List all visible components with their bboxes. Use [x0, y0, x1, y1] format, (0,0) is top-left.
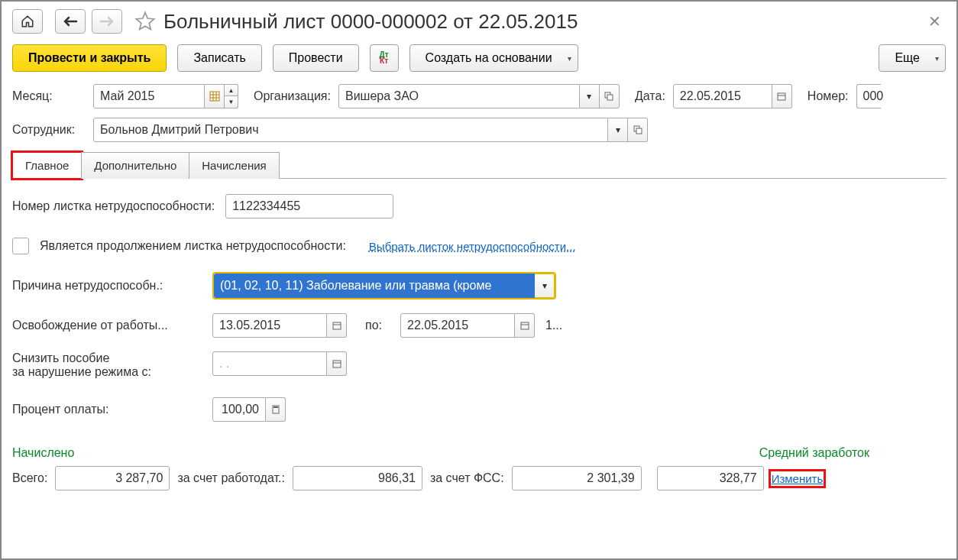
reason-dropdown-button[interactable]: ▾	[535, 274, 555, 298]
month-down-button[interactable]: ▼	[225, 96, 238, 108]
open-icon	[633, 125, 642, 134]
calendar-icon	[332, 321, 341, 330]
forward-button[interactable]	[92, 9, 122, 34]
svg-rect-7	[778, 93, 785, 100]
release-from-group: 13.05.2015	[212, 313, 347, 338]
row-reduce: Снизить пособие за нарушение режима с: .…	[12, 351, 946, 379]
percent-calc-button[interactable]	[266, 397, 286, 422]
month-spinner: ▲ ▼	[225, 84, 238, 108]
open-icon	[604, 92, 613, 101]
save-button[interactable]: Записать	[177, 44, 261, 72]
release-to-calendar-button[interactable]	[515, 313, 535, 338]
reduce-label-1: Снизить пособие	[12, 351, 202, 365]
accrued-label: Начислено	[12, 446, 74, 460]
org-input[interactable]: Вишера ЗАО	[338, 84, 580, 108]
back-button[interactable]	[55, 9, 86, 34]
svg-rect-11	[333, 322, 341, 329]
release-from-input[interactable]: 13.05.2015	[212, 313, 327, 338]
favorite-star-icon[interactable]	[134, 11, 156, 32]
date-input[interactable]: 22.05.2015	[673, 84, 772, 108]
total-label: Всего:	[12, 471, 47, 485]
release-to-group: 22.05.2015	[400, 313, 535, 338]
org-dropdown-button[interactable]: ▾	[580, 84, 600, 108]
release-label: Освобождение от работы...	[12, 319, 202, 332]
date-calendar-button[interactable]	[772, 84, 792, 108]
month-input[interactable]: Май 2015	[93, 84, 205, 108]
date-label: Дата:	[635, 89, 665, 103]
month-calendar-button[interactable]	[205, 84, 225, 108]
arrow-right-icon	[99, 16, 115, 27]
main-toolbar: Провести и закрыть Записать Провести ДтК…	[12, 44, 946, 72]
number-input[interactable]: 000	[856, 84, 881, 108]
reason-input[interactable]: (01, 02, 10, 11) Заболевание или травма …	[214, 274, 535, 298]
org-input-group: Вишера ЗАО ▾	[338, 84, 620, 108]
reason-label: Причина нетрудоспособн.:	[12, 279, 202, 293]
svg-rect-6	[607, 95, 613, 100]
calendar-grid-icon	[209, 91, 220, 102]
release-suffix: 1...	[545, 319, 562, 332]
calendar-icon	[332, 359, 341, 368]
number-label: Номер:	[808, 89, 849, 103]
percent-group: 100,00	[212, 397, 286, 422]
calculator-icon	[271, 405, 280, 414]
create-based-on-button[interactable]: Создать на основании	[409, 44, 578, 72]
tab-accruals[interactable]: Начисления	[189, 152, 279, 179]
employee-dropdown-button[interactable]: ▾	[608, 118, 628, 142]
document-title: Больничный лист 0000-000002 от 22.05.201…	[163, 10, 578, 34]
totals-row: Всего: 3 287,70 за счет работодат.: 986,…	[12, 466, 946, 490]
fss-label: за счет ФСС:	[430, 471, 504, 485]
post-and-close-button[interactable]: Провести и закрыть	[12, 44, 167, 72]
is-continuation-label: Является продолжением листка нетрудоспос…	[40, 239, 346, 253]
titlebar: Больничный лист 0000-000002 от 22.05.201…	[12, 9, 946, 34]
row-reason: Причина нетрудоспособн.: (01, 02, 10, 11…	[12, 272, 946, 299]
release-from-calendar-button[interactable]	[327, 313, 347, 338]
footer-labels: Начислено Средний заработок	[12, 446, 946, 460]
employee-input-group: Больнов Дмитрий Петрович ▾	[93, 118, 648, 142]
arrow-left-icon	[63, 16, 78, 27]
select-sheet-link[interactable]: Выбрать листок нетрудоспособности...	[369, 240, 576, 253]
row-release: Освобождение от работы... 13.05.2015 по:…	[12, 312, 946, 339]
svg-rect-15	[333, 361, 341, 367]
home-button[interactable]	[12, 9, 43, 34]
reason-input-group: (01, 02, 10, 11) Заболевание или травма …	[212, 272, 556, 299]
row-continuation: Является продолжением листка нетрудоспос…	[12, 232, 946, 260]
svg-rect-13	[521, 322, 529, 329]
dtkt-icon: ДтКт	[380, 52, 389, 64]
register-entries-button[interactable]: ДтКт	[370, 44, 399, 72]
release-to-label: по:	[365, 319, 382, 332]
post-button[interactable]: Провести	[273, 44, 359, 72]
is-continuation-checkbox[interactable]	[12, 238, 29, 254]
sheet-number-label: Номер листка нетрудоспособности:	[12, 199, 215, 213]
row-sheet-number: Номер листка нетрудоспособности: 1122334…	[12, 193, 946, 220]
calendar-icon	[520, 321, 529, 330]
percent-input[interactable]: 100,00	[212, 397, 266, 422]
row-percent: Процент оплаты: 100,00	[12, 396, 946, 423]
svg-rect-10	[636, 128, 642, 134]
reduce-date-group: . .	[212, 351, 347, 376]
org-label: Организация:	[254, 89, 331, 103]
date-input-group: 22.05.2015	[673, 84, 792, 108]
month-label: Месяц:	[12, 89, 86, 103]
sheet-number-input[interactable]: 1122334455	[225, 194, 393, 218]
history-group	[55, 9, 122, 34]
close-button[interactable]: ✕	[928, 12, 941, 31]
change-link[interactable]: Изменить	[772, 472, 824, 485]
tab-main[interactable]: Главное	[12, 152, 82, 179]
employer-label: за счет работодат.:	[177, 471, 285, 485]
month-up-button[interactable]: ▲	[225, 84, 238, 96]
avg-input[interactable]: 328,77	[657, 466, 764, 490]
employer-input[interactable]: 986,31	[293, 466, 422, 490]
tab-additional[interactable]: Дополнительно	[81, 152, 189, 179]
total-input[interactable]: 3 287,70	[55, 466, 170, 490]
reduce-calendar-button[interactable]	[327, 351, 347, 376]
tabs: Главное Дополнительно Начисления	[12, 151, 946, 179]
employee-open-button[interactable]	[628, 118, 648, 142]
svg-rect-0	[210, 92, 219, 101]
employee-input[interactable]: Больнов Дмитрий Петрович	[93, 118, 608, 142]
org-open-button[interactable]	[600, 84, 620, 108]
svg-rect-18	[273, 406, 278, 408]
reduce-date-input[interactable]: . .	[212, 351, 327, 376]
more-button[interactable]: Еще	[879, 44, 946, 72]
fss-input[interactable]: 2 301,39	[512, 466, 642, 490]
release-to-input[interactable]: 22.05.2015	[400, 313, 515, 338]
